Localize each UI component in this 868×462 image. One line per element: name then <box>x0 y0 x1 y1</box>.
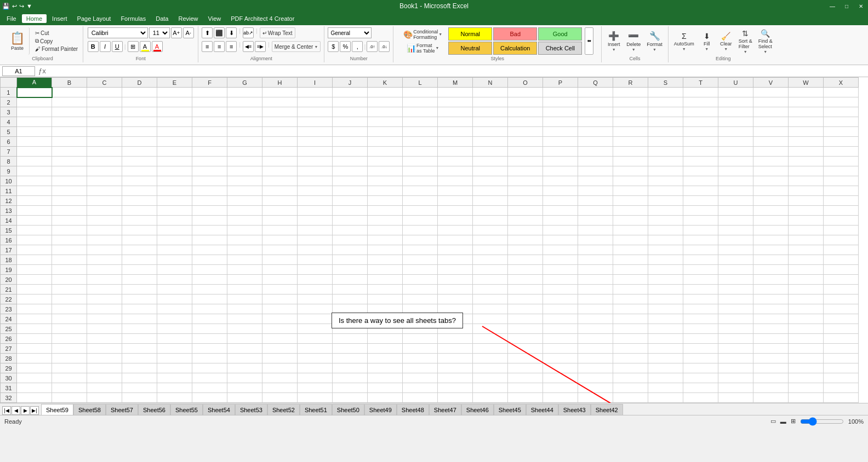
cell-O10[interactable] <box>508 176 543 186</box>
cell-E7[interactable] <box>157 147 192 157</box>
cell-B8[interactable] <box>52 157 87 166</box>
cell-I30[interactable] <box>298 373 333 383</box>
cell-S3[interactable] <box>648 107 683 117</box>
col-header-s[interactable]: S <box>648 78 683 88</box>
row-header-17[interactable]: 17 <box>1 245 17 255</box>
cell-S15[interactable] <box>648 226 683 235</box>
cell-X24[interactable] <box>824 314 859 324</box>
cell-I2[interactable] <box>298 97 333 107</box>
check-cell-style[interactable]: Check Cell <box>538 42 582 55</box>
cell-O26[interactable] <box>508 334 543 344</box>
cell-G5[interactable] <box>227 127 262 137</box>
cell-Q27[interactable] <box>578 344 613 354</box>
cell-W2[interactable] <box>789 97 824 107</box>
cell-N25[interactable] <box>473 324 508 334</box>
cell-E28[interactable] <box>157 354 192 363</box>
cell-I15[interactable] <box>298 226 333 235</box>
cell-V6[interactable] <box>753 137 789 147</box>
cell-N6[interactable] <box>473 137 508 147</box>
cell-H6[interactable] <box>262 137 298 147</box>
col-header-j[interactable]: J <box>333 78 368 88</box>
cell-L26[interactable] <box>403 334 438 344</box>
col-header-n[interactable]: N <box>473 78 508 88</box>
cell-C7[interactable] <box>87 147 122 157</box>
cell-U31[interactable] <box>718 383 753 393</box>
cell-T19[interactable] <box>683 265 718 275</box>
cell-V16[interactable] <box>753 235 789 245</box>
cell-X20[interactable] <box>824 275 859 285</box>
cell-M11[interactable] <box>438 186 473 196</box>
cell-V2[interactable] <box>753 97 789 107</box>
cell-A11[interactable] <box>17 186 52 196</box>
cell-M2[interactable] <box>438 97 473 107</box>
sheet-tab-sheet46[interactable]: Sheet46 <box>461 404 494 415</box>
cell-B24[interactable] <box>52 314 87 324</box>
format-table-button[interactable]: 📊 Formatas Table ▼ <box>401 42 444 55</box>
insert-button[interactable]: ➕ Insert ▼ <box>605 30 623 53</box>
cell-J27[interactable] <box>333 344 368 354</box>
cell-X16[interactable] <box>824 235 859 245</box>
cell-P32[interactable] <box>543 393 578 403</box>
cell-B17[interactable] <box>52 245 87 255</box>
cell-E31[interactable] <box>157 383 192 393</box>
cell-V1[interactable] <box>753 88 789 97</box>
cell-D10[interactable] <box>122 176 157 186</box>
row-header-6[interactable]: 6 <box>1 137 17 147</box>
cell-T6[interactable] <box>683 137 718 147</box>
cell-L11[interactable] <box>403 186 438 196</box>
restore-button[interactable]: □ <box>840 0 854 12</box>
cell-R20[interactable] <box>613 275 648 285</box>
cell-Q14[interactable] <box>578 216 613 226</box>
cell-Q28[interactable] <box>578 354 613 363</box>
row-header-15[interactable]: 15 <box>1 226 17 235</box>
cell-O25[interactable] <box>508 324 543 334</box>
cell-S6[interactable] <box>648 137 683 147</box>
cell-K31[interactable] <box>368 383 403 393</box>
styles-more-button[interactable]: ⬍ <box>585 27 593 55</box>
cell-T1[interactable] <box>683 88 718 97</box>
cell-N1[interactable] <box>473 88 508 97</box>
cell-F8[interactable] <box>192 157 227 166</box>
cell-X10[interactable] <box>824 176 859 186</box>
cell-G16[interactable] <box>227 235 262 245</box>
cell-K10[interactable] <box>368 176 403 186</box>
cell-W32[interactable] <box>789 393 824 403</box>
cell-T14[interactable] <box>683 216 718 226</box>
cell-S32[interactable] <box>648 393 683 403</box>
cell-E23[interactable] <box>157 304 192 314</box>
cell-A31[interactable] <box>17 383 52 393</box>
cell-U26[interactable] <box>718 334 753 344</box>
cell-I32[interactable] <box>298 393 333 403</box>
cell-W21[interactable] <box>789 285 824 294</box>
cell-U7[interactable] <box>718 147 753 157</box>
cell-A20[interactable] <box>17 275 52 285</box>
decrease-font-button[interactable]: A- <box>183 27 194 38</box>
cell-P6[interactable] <box>543 137 578 147</box>
cell-C25[interactable] <box>87 324 122 334</box>
cell-I26[interactable] <box>298 334 333 344</box>
font-name-select[interactable]: Calibri <box>88 27 148 38</box>
cell-R30[interactable] <box>613 373 648 383</box>
cell-X25[interactable] <box>824 324 859 334</box>
cell-E21[interactable] <box>157 285 192 294</box>
cell-X26[interactable] <box>824 334 859 344</box>
cell-F12[interactable] <box>192 196 227 206</box>
cell-C27[interactable] <box>87 344 122 354</box>
cell-S1[interactable] <box>648 88 683 97</box>
cell-D17[interactable] <box>122 245 157 255</box>
cell-I10[interactable] <box>298 176 333 186</box>
cell-Q2[interactable] <box>578 97 613 107</box>
cell-J30[interactable] <box>333 373 368 383</box>
cell-W8[interactable] <box>789 157 824 166</box>
cell-X28[interactable] <box>824 354 859 363</box>
cell-U16[interactable] <box>718 235 753 245</box>
row-header-7[interactable]: 7 <box>1 147 17 157</box>
cell-D2[interactable] <box>122 97 157 107</box>
cell-U4[interactable] <box>718 117 753 127</box>
neutral-style[interactable]: Neutral <box>448 42 492 55</box>
cell-L22[interactable] <box>403 294 438 304</box>
cell-H25[interactable] <box>262 324 298 334</box>
cell-E9[interactable] <box>157 166 192 176</box>
cell-H32[interactable] <box>262 393 298 403</box>
cell-B12[interactable] <box>52 196 87 206</box>
